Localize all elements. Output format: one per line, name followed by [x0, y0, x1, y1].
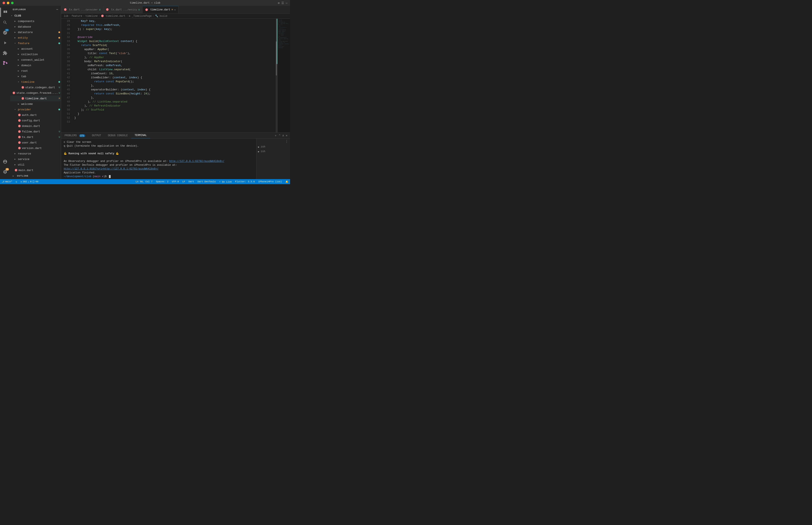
sidebar-item-tab[interactable]: ▶ tab — [10, 74, 61, 79]
extensions-icon[interactable] — [0, 48, 10, 58]
terminal-instance-1[interactable]: ▶ zsh — [256, 145, 290, 149]
sidebar-item-components[interactable]: ▶ components — [10, 18, 61, 24]
panel-maximize-icon[interactable]: ∧ — [282, 134, 284, 137]
editor-area: 🎯 tx.dart .../provider U 🎯 tx.dart .../e… — [61, 6, 290, 179]
modified-dot — [58, 31, 60, 33]
file-label: follow.dart — [22, 130, 58, 133]
dart-file-icon: 🎯 — [18, 124, 21, 128]
minimize-button[interactable] — [7, 2, 9, 4]
sidebar-item-state-codegen[interactable]: 🎯 state.codegen.dart U — [10, 85, 61, 90]
dart-file-icon: 🎯 — [18, 119, 21, 122]
status-cursor[interactable]: Ln 50, Col 7 — [134, 180, 154, 183]
editor-scrollbar[interactable] — [276, 19, 277, 132]
sidebar-item-util[interactable]: ▶ util — [10, 162, 61, 167]
status-devtools[interactable]: Dart DevTools — [196, 180, 218, 183]
breadcrumb-file[interactable]: 🎯 timeline.dart — [101, 14, 126, 18]
tab-tx-provider[interactable]: 🎯 tx.dart .../provider U — [61, 6, 103, 13]
tab-label: tx.dart — [111, 8, 122, 11]
activity-bar: 12 1 — [0, 6, 10, 179]
search-icon[interactable] — [0, 18, 10, 27]
outline-section[interactable]: ▶ OUTLINE — [10, 173, 61, 178]
explorer-icon[interactable] — [0, 7, 10, 17]
sidebar-item-account[interactable]: ▶ account — [10, 46, 61, 51]
status-device[interactable]: iPhone14Pro (ios) — [256, 180, 284, 183]
modified-dot — [58, 42, 60, 44]
sidebar-item-state-codegen-freezed[interactable]: 🎯 state.codegen.freezed.... U — [10, 90, 61, 96]
tree-root[interactable]: ▾ CLUB — [10, 13, 61, 18]
breadcrumb-method[interactable]: 🔧 build — [155, 14, 167, 18]
modified-dot — [58, 81, 60, 83]
sidebar-item-root[interactable]: ▶ root — [10, 68, 61, 74]
status-spaces[interactable]: Spaces: 2 — [154, 180, 170, 183]
sidebar-item-domain[interactable]: ▶ domain — [10, 63, 61, 68]
tab-output[interactable]: OUTPUT — [89, 133, 104, 138]
sidebar-item-domain-dart[interactable]: 🎯 domain.dart — [10, 123, 61, 129]
sidebar-item-timeline-dart[interactable]: 🎯 timeline.dart M — [10, 96, 61, 101]
folder-label: root — [21, 70, 60, 73]
source-control-badge: 12 — [5, 29, 9, 31]
tab-terminal[interactable]: TERMINAL — [131, 133, 150, 138]
status-notifications[interactable]: 🔔 — [284, 180, 290, 183]
status-errors[interactable]: ✕ 202 ⚠ 0 ⓘ 69 — [19, 179, 40, 184]
sidebar-item-tx[interactable]: 🎯 tx.dart U — [10, 134, 61, 140]
code-content[interactable]: Key? key, required this.onRefresh, }) : … — [72, 19, 276, 132]
terminal-icon: ▶ — [258, 150, 260, 153]
add-terminal-icon[interactable]: ＋ — [274, 134, 277, 137]
sidebar-item-provider[interactable]: ▾ provider — [10, 107, 61, 112]
sidebar-item-datastore[interactable]: ▶ datastore — [10, 30, 61, 35]
sidebar-item-auth[interactable]: 🎯 auth.dart — [10, 112, 61, 118]
status-sync[interactable]: ↻ — [14, 179, 19, 184]
sidebar-item-timeline[interactable]: ▾ timeline — [10, 79, 61, 85]
panel-list-icon[interactable]: ⋮ — [285, 139, 289, 144]
terminal-instance-2[interactable]: ▶ zsh — [256, 149, 290, 154]
layout-icon[interactable]: ⊞ — [278, 1, 279, 5]
more-icon[interactable]: ⋯ — [286, 1, 287, 5]
git-icon[interactable] — [0, 59, 10, 68]
status-eol[interactable]: LF — [180, 180, 187, 183]
tab-timeline[interactable]: 🎯 timeline.dart M ✕ — [143, 6, 178, 13]
status-flutter[interactable]: Flutter: 3.3.6 — [233, 180, 256, 183]
sidebar-item-version[interactable]: 🎯 version.dart — [10, 145, 61, 151]
sidebar-item-welcome[interactable]: ▶ welcome — [10, 101, 61, 107]
terminal-content[interactable]: c Clear the screen q Quit (terminate the… — [61, 138, 256, 179]
sidebar-item-resource[interactable]: ▶ resource — [10, 151, 61, 156]
tab-problems[interactable]: PROBLEMS 271 — [61, 133, 89, 138]
account-icon[interactable] — [0, 157, 10, 166]
status-golive[interactable]: ⚡ Go Live — [218, 180, 233, 183]
dart-file-icon: 🎯 — [18, 147, 21, 150]
more-icon[interactable]: ⋯ — [56, 7, 58, 11]
sidebar-item-user[interactable]: 🎯 user.dart — [10, 140, 61, 145]
sidebar-icon[interactable]: ☰ — [281, 1, 284, 5]
tab-debug-console[interactable]: DEBUG CONSOLE — [104, 133, 131, 138]
breadcrumb-feature[interactable]: feature — [72, 15, 82, 18]
breadcrumb-timeline[interactable]: timeline — [85, 15, 98, 18]
tab-tx-entity[interactable]: 🎯 tx.dart .../entity U — [103, 6, 143, 13]
status-branch[interactable]: ⎇ main* — [0, 179, 14, 184]
close-button[interactable] — [2, 2, 5, 4]
maximize-button[interactable] — [11, 2, 14, 4]
sidebar-item-entity[interactable]: ▶ entity — [10, 35, 61, 41]
source-control-icon[interactable]: 12 — [0, 28, 10, 38]
settings-icon[interactable]: 1 — [0, 167, 10, 177]
terminal-line: Application finished. — [64, 171, 253, 175]
dart-file-icon: 🎯 — [18, 130, 21, 133]
code-editor[interactable]: 2829303132 3334353637 3839404142 4344454… — [61, 19, 290, 132]
panel-close-icon[interactable]: ✕ — [286, 134, 287, 137]
run-debug-icon[interactable] — [0, 38, 10, 47]
sidebar-item-database[interactable]: ▶ database — [10, 24, 61, 30]
status-encoding[interactable]: UTF-8 — [170, 180, 180, 183]
sidebar-item-config[interactable]: 🎯 config.dart — [10, 118, 61, 123]
tab-path: .../provider — [81, 9, 98, 11]
sidebar-item-collection[interactable]: ▶ collection — [10, 51, 61, 57]
terminal-line: An Observatory debugger and profiler on … — [64, 159, 253, 163]
sidebar-item-feature[interactable]: ▾ feature — [10, 41, 61, 46]
sidebar-item-main[interactable]: 🎯 main.dart — [10, 167, 61, 173]
tab-close-button[interactable]: ✕ — [174, 8, 176, 12]
breadcrumb-lib[interactable]: lib — [64, 15, 68, 18]
panel-expand-icon[interactable]: ⌃ — [279, 134, 281, 137]
sidebar-item-service[interactable]: ▶ service — [10, 156, 61, 162]
status-language[interactable]: Dart — [187, 180, 196, 183]
breadcrumb-class[interactable]: ⚙ _TimelinePage — [129, 14, 152, 18]
sidebar-item-follow[interactable]: 🎯 follow.dart U — [10, 129, 61, 134]
sidebar-item-connect-wallet[interactable]: ▶ connect_wallet — [10, 57, 61, 63]
